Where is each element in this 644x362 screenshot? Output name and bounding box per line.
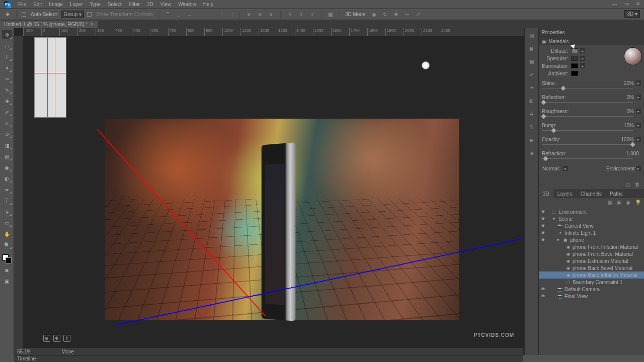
3d-roll-icon[interactable]: ↻ (381, 11, 389, 19)
illumination-swatch[interactable] (571, 63, 578, 68)
roughness-menu-icon[interactable]: ▸ (636, 109, 641, 114)
filter-lights-icon[interactable]: 💡 (635, 200, 641, 206)
3d-slide-icon[interactable]: ⇔ (403, 11, 411, 19)
tree-constraint[interactable]: ⬚Boundary Constraint 1 (539, 279, 644, 286)
marquee-tool[interactable]: ◻ (2, 41, 12, 50)
adjustments-panel-icon[interactable]: ◐ (528, 97, 536, 105)
type-tool[interactable]: T (2, 196, 12, 205)
navigator-preview[interactable] (34, 37, 66, 118)
tab-channels[interactable]: Channels (577, 189, 606, 198)
menu-filter[interactable]: Filter (129, 2, 140, 7)
pen-tool[interactable]: ✒ (2, 185, 12, 194)
filter-meshes-icon[interactable]: ▣ (617, 200, 623, 206)
dist-hcenter-icon[interactable]: ⦀ (297, 11, 305, 19)
bump-slider[interactable] (542, 129, 641, 133)
gradient-tool[interactable]: ▤ (2, 152, 12, 161)
dist-top-icon[interactable]: ≡ (245, 11, 253, 19)
shape-tool[interactable]: ▭ (2, 218, 12, 227)
align-hcenter-icon[interactable]: ⎹ (215, 11, 223, 19)
pan-control-icon[interactable]: ✥ (53, 335, 60, 342)
shine-value[interactable]: 20% (619, 80, 634, 86)
maximize-icon[interactable]: ▭ (624, 1, 629, 7)
menu-help[interactable]: Help (203, 2, 214, 7)
shine-menu-icon[interactable]: ▸ (636, 80, 641, 85)
align-vcenter-icon[interactable]: ⎯ (175, 11, 183, 19)
ruler-vertical[interactable] (14, 36, 23, 355)
styles-panel-icon[interactable]: ✦ (528, 83, 536, 92)
align-bottom-icon[interactable]: ⎽ (186, 11, 194, 19)
bump-value[interactable]: 10% (619, 123, 634, 128)
normal-menu-icon[interactable]: ▸ (563, 166, 568, 171)
timeline-panel[interactable]: Timeline (14, 355, 523, 362)
shine-slider[interactable] (542, 86, 641, 90)
roughness-value[interactable]: 0% (619, 109, 634, 114)
stamp-tool[interactable]: ⎌ (2, 119, 12, 128)
tree-material-2[interactable]: ◉phone Front Bevel Material (539, 250, 644, 257)
bump-menu-icon[interactable]: ▸ (636, 123, 641, 128)
show-transform-checkbox[interactable] (87, 12, 92, 17)
menu-select[interactable]: Select (108, 2, 122, 7)
eraser-tool[interactable]: ◨ (2, 141, 12, 150)
brush-tool[interactable]: ✐ (2, 108, 12, 117)
3d-phone-mesh[interactable] (262, 142, 296, 321)
zoom-tool[interactable]: 🔍 (2, 240, 12, 249)
reflection-menu-icon[interactable]: ▸ (636, 95, 641, 100)
color-swatch[interactable] (3, 254, 12, 263)
3d-orbit-icon[interactable]: ◉ (370, 11, 378, 19)
info-panel-icon[interactable]: ◈ (528, 149, 536, 157)
tree-camera[interactable]: 👁📷Default Camera (539, 286, 644, 293)
wand-tool[interactable]: ✦ (2, 63, 12, 72)
dist-right-icon[interactable]: ⦀ (308, 11, 316, 19)
crop-tool[interactable]: ✂ (2, 74, 12, 83)
brushes-panel-icon[interactable]: ✐ (528, 70, 536, 78)
document-tab[interactable]: Untitled-1 @ 55.1% (phone, RGB/8) *× (0, 21, 98, 28)
tree-material-4[interactable]: ◉phone Back Bevel Material (539, 264, 644, 272)
roughness-slider[interactable] (542, 115, 641, 119)
eyedropper-tool[interactable]: ✎ (2, 85, 12, 95)
tree-material-1[interactable]: ◉phone Front Inflation Material (539, 243, 644, 250)
workspace-switcher[interactable]: 3D ▾ (624, 10, 640, 18)
minimize-icon[interactable]: — (612, 1, 617, 7)
opacity-menu-icon[interactable]: ▸ (636, 137, 641, 142)
tree-material-5[interactable]: ◉phone Back Inflation Material (539, 272, 644, 279)
screenmode-tool[interactable]: ▣ (2, 277, 12, 286)
menu-window[interactable]: Window (178, 2, 196, 7)
menu-edit[interactable]: Edit (33, 2, 42, 7)
lasso-tool[interactable]: ⌇ (2, 52, 12, 61)
3d-scale-icon[interactable]: ⤢ (414, 11, 422, 19)
tree-final-view[interactable]: 👁📷Final View (539, 293, 644, 300)
dist-bottom-icon[interactable]: ≡ (267, 11, 275, 19)
diffuse-swatch[interactable] (571, 48, 578, 53)
dist-left-icon[interactable]: ⦀ (286, 11, 294, 19)
dodge-tool[interactable]: ◐ (2, 174, 12, 183)
filter-materials-icon[interactable]: ◉ (626, 200, 632, 206)
align-right-icon[interactable]: ⎹ (226, 11, 234, 19)
menu-file[interactable]: File (18, 2, 26, 7)
heal-tool[interactable]: ✚ (2, 97, 12, 106)
align-top-icon[interactable]: ⎺ (164, 11, 172, 19)
illumination-menu-icon[interactable]: ▸ (580, 63, 585, 68)
3d-light-marker[interactable] (422, 61, 430, 69)
specular-menu-icon[interactable]: ▸ (580, 56, 585, 61)
ruler-horizontal[interactable]: -100010020030040050060070080090010001100… (23, 28, 524, 36)
menu-type[interactable]: Type (90, 2, 101, 7)
refraction-value[interactable]: 1.000 (624, 151, 639, 156)
tab-layers[interactable]: Layers (553, 189, 577, 198)
path-tool[interactable]: ↳ (2, 207, 12, 216)
history-brush-tool[interactable]: ↺ (2, 130, 12, 139)
character-panel-icon[interactable]: A (528, 110, 536, 118)
actions-panel-icon[interactable]: ▶ (528, 136, 536, 144)
hand-tool[interactable]: ✋ (2, 229, 12, 238)
refraction-slider[interactable] (542, 157, 641, 161)
auto-select-checkbox[interactable] (22, 12, 26, 17)
menu-3d[interactable]: 3D (147, 2, 153, 7)
history-panel-icon[interactable]: ▤ (528, 31, 536, 39)
tree-environment[interactable]: 👁⬚Environment (539, 208, 644, 215)
blur-tool[interactable]: ◉ (2, 163, 12, 172)
quickmask-tool[interactable]: ◙ (2, 265, 12, 275)
dist-vcenter-icon[interactable]: ≡ (256, 11, 264, 19)
move-tool[interactable]: ✥ (2, 30, 12, 39)
specular-swatch[interactable] (571, 56, 578, 61)
auto-select-mode[interactable]: Group ▾ (61, 11, 84, 18)
tab-paths[interactable]: Paths (606, 189, 627, 198)
